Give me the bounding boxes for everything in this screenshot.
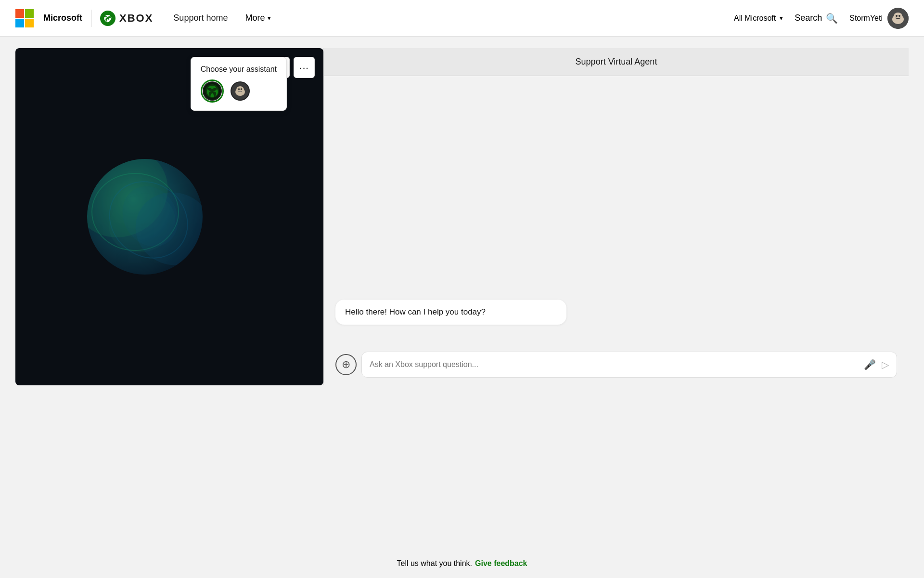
footer-text: Tell us what you think. — [397, 559, 472, 568]
assistant-icons — [201, 79, 277, 103]
send-icon: ▷ — [882, 359, 889, 370]
microsoft-logo[interactable] — [15, 9, 34, 27]
all-microsoft-dropdown[interactable]: All Microsoft ▾ — [734, 14, 783, 23]
svg-point-11 — [238, 88, 240, 90]
chat-greeting-text: Hello there! How can I help you today? — [345, 307, 486, 316]
left-panel: ⊡ 🔊 ··· Choose your assistant — [15, 48, 323, 385]
xbox-brand[interactable]: XBOX — [100, 11, 153, 26]
xbox-logo-circle — [100, 11, 116, 26]
chat-input-area: ⊕ 🎤 ▷ — [324, 344, 909, 385]
cortana-assistant-icon — [231, 81, 250, 101]
give-feedback-link[interactable]: Give feedback — [475, 559, 527, 568]
more-options-button[interactable]: ··· — [294, 57, 315, 78]
svg-point-5 — [898, 15, 900, 17]
user-area[interactable]: StormYeti — [849, 8, 909, 29]
footer: Tell us what you think. Give feedback — [0, 549, 924, 578]
chat-body: Hello there! How can I help you today? — [324, 76, 909, 344]
ms-yellow-square — [25, 19, 34, 27]
more-chevron-icon: ▾ — [268, 14, 271, 22]
right-panel: Support Virtual Agent Hello there! How c… — [323, 48, 909, 385]
xbox-text-label: XBOX — [119, 12, 153, 25]
header-right: All Microsoft ▾ Search 🔍 StormYeti — [734, 8, 909, 29]
all-microsoft-label: All Microsoft — [734, 14, 776, 23]
xbox-logo-icon — [103, 13, 113, 24]
xbox-assistant-option[interactable] — [201, 79, 224, 103]
microphone-button[interactable]: 🎤 — [864, 359, 876, 370]
chat-input-box: 🎤 ▷ — [361, 352, 897, 378]
xbox-assistant-icon — [203, 81, 222, 101]
svg-point-12 — [240, 88, 242, 90]
ms-blue-square — [15, 19, 24, 27]
orb-svg — [87, 159, 203, 275]
svg-point-4 — [896, 15, 898, 17]
cortana-assistant-option[interactable] — [229, 79, 252, 103]
chat-input[interactable] — [370, 360, 858, 369]
main-content: ⊡ 🔊 ··· Choose your assistant — [0, 37, 924, 549]
assistant-orb-container — [87, 159, 203, 275]
assistant-popup-title: Choose your assistant — [201, 65, 277, 74]
all-microsoft-chevron-icon: ▾ — [780, 14, 783, 22]
more-label: More — [245, 13, 265, 23]
support-home-link[interactable]: Support home — [167, 9, 234, 27]
more-nav-item[interactable]: More ▾ — [238, 9, 278, 27]
username-label: StormYeti — [849, 14, 883, 23]
send-button[interactable]: ▷ — [882, 359, 889, 370]
avatar — [887, 8, 909, 29]
assistant-orb — [87, 159, 203, 275]
avatar-image — [887, 8, 909, 29]
search-label: Search — [795, 13, 822, 23]
header: Microsoft XBOX Support home More ▾ — [0, 0, 924, 37]
chat-header: Support Virtual Agent — [324, 48, 909, 76]
assistant-popup: Choose your assistant — [191, 57, 287, 111]
microsoft-text: Microsoft — [43, 13, 82, 23]
search-button[interactable]: Search 🔍 — [795, 13, 838, 24]
header-left: Microsoft XBOX — [15, 9, 153, 27]
microphone-icon: 🎤 — [864, 359, 876, 370]
search-icon: 🔍 — [826, 13, 838, 24]
header-divider — [91, 10, 91, 27]
add-attachment-button[interactable]: ⊕ — [335, 354, 357, 375]
chat-header-title: Support Virtual Agent — [576, 57, 657, 66]
svg-point-3 — [894, 13, 902, 20]
header-nav: Support home More ▾ — [167, 9, 278, 27]
ms-green-square — [25, 9, 34, 18]
ms-red-square — [15, 9, 24, 18]
ellipsis-icon: ··· — [299, 62, 309, 73]
add-icon: ⊕ — [342, 358, 350, 371]
chat-greeting-bubble: Hello there! How can I help you today? — [335, 300, 566, 325]
